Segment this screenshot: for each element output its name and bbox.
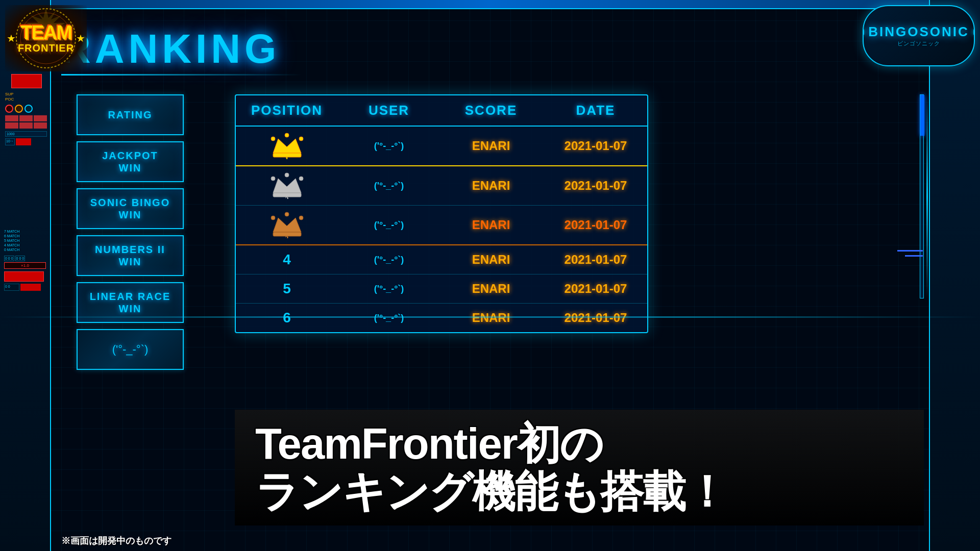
user-3: ('°-_-°`) xyxy=(338,220,440,231)
svg-point-6 xyxy=(285,133,289,137)
sonic-bingo-win-button[interactable]: SONIC BINGOWIN xyxy=(77,188,184,229)
svg-point-19 xyxy=(299,216,303,220)
multiplier: ×1.0 xyxy=(4,262,46,269)
disclaimer: ※画面は開発中のものです xyxy=(61,535,172,547)
date-3: 2021-01-07 xyxy=(542,218,648,232)
position-4: 4 xyxy=(236,252,338,268)
match-item: 4 MATCH xyxy=(4,243,46,247)
logo-frontier: FRONTIER xyxy=(18,42,74,54)
overlay-line2: ランキング機能も搭載！ xyxy=(255,468,903,516)
svg-point-7 xyxy=(299,137,303,141)
user-1: ('°-_-°`) xyxy=(338,141,440,152)
svg-marker-15 xyxy=(273,218,301,232)
position-1: 1 xyxy=(236,133,338,159)
category-buttons-panel: RATING JACKPOTWIN SONIC BINGOWIN NUMBERS… xyxy=(77,94,184,370)
match-item: 0 MATCH xyxy=(4,248,46,252)
numbers-ii-win-button[interactable]: NUMBERS IIWIN xyxy=(77,235,184,276)
user-6: ('°-_-°`) xyxy=(338,313,440,323)
icon-red xyxy=(5,105,13,113)
scrollbar[interactable] xyxy=(920,94,924,298)
top-bar xyxy=(0,0,980,9)
crown-2-icon: 2 xyxy=(271,172,304,199)
date-4: 2021-01-07 xyxy=(542,253,648,267)
header-date: DATE xyxy=(542,103,648,118)
score-2: ENARI xyxy=(440,179,542,193)
left-stat-sup: SUP POC xyxy=(5,92,47,103)
date-1: 2021-01-07 xyxy=(542,139,648,153)
svg-point-17 xyxy=(271,216,275,220)
left-stat-1: 1000 xyxy=(5,131,47,137)
grid-cell xyxy=(5,122,18,129)
score-3: ENARI xyxy=(440,218,542,232)
bingosonic-logo: ◄ BINGOSONIC ► ビンゴソニック xyxy=(863,5,975,66)
ranking-underline xyxy=(61,74,301,76)
bottom-stat-2: 0 0 xyxy=(4,284,19,291)
position-3: 3 xyxy=(236,212,338,238)
icon-cyan xyxy=(24,105,33,113)
overlay-announcement: TeamFrontier初の ランキング機能も搭載！ xyxy=(235,410,924,525)
score-1: ENARI xyxy=(440,139,542,153)
bottom-bar xyxy=(20,284,41,291)
svg-point-13 xyxy=(299,177,303,181)
jackpot-win-button[interactable]: JACKPOTWIN xyxy=(77,141,184,182)
position-2: 2 xyxy=(236,172,338,199)
svg-text:1: 1 xyxy=(285,156,288,159)
svg-text:3: 3 xyxy=(285,235,288,238)
header-score: SCORE xyxy=(440,103,542,118)
bottom-stat: 0 0 0 xyxy=(4,256,14,261)
match-item: 6 MATCH xyxy=(4,234,46,238)
svg-point-5 xyxy=(271,137,275,141)
left-stat-2: 10→ xyxy=(5,138,15,145)
user-2: ('°-_-°`) xyxy=(338,181,440,191)
scroll-thumb[interactable] xyxy=(920,95,924,136)
crown-1-icon: 1 xyxy=(271,133,304,159)
header-user: USER xyxy=(338,103,440,118)
logo-container: ★ TEAM FRONTIER ★ xyxy=(5,5,87,71)
logo-team: TEAM xyxy=(18,23,74,42)
user-button[interactable]: ('°-_-°`) xyxy=(77,329,184,370)
table-row: 6 ('°-_-°`) ENARI 2021-01-07 xyxy=(236,304,647,332)
match-item: 5 MATCH xyxy=(4,239,46,242)
crown-3-icon: 3 xyxy=(271,212,304,238)
right-accent-line xyxy=(926,94,928,298)
table-row: 3 ('°-_-°`) ENARI 2021-01-07 xyxy=(236,206,647,245)
bingo-subtitle: ビンゴソニック xyxy=(897,40,940,47)
right-panel xyxy=(929,0,980,551)
grid-cell xyxy=(5,115,18,121)
position-5: 5 xyxy=(236,281,338,297)
table-row: 5 ('°-_-°`) ENARI 2021-01-07 xyxy=(236,274,647,304)
svg-marker-9 xyxy=(273,179,301,193)
svg-point-11 xyxy=(271,177,275,181)
bingo-arrow-right: ► xyxy=(972,27,975,37)
score-4: ENARI xyxy=(440,253,542,267)
bottom-stat: 0 0 0 xyxy=(15,256,26,261)
red-accent-bar xyxy=(11,74,42,88)
ranking-table: POSITION USER SCORE DATE 1 ('°-_-°` xyxy=(235,94,648,333)
svg-point-12 xyxy=(285,173,289,177)
svg-text:2: 2 xyxy=(285,196,288,199)
rating-button[interactable]: RATING xyxy=(77,94,184,135)
overlay-lines xyxy=(0,316,980,318)
table-row: 4 ('°-_-°`) ENARI 2021-01-07 xyxy=(236,245,647,274)
match-item: 7 MATCH xyxy=(4,230,46,233)
bingo-arrow-left: ◄ xyxy=(863,27,866,37)
position-6: 6 xyxy=(236,310,338,326)
red-info-box xyxy=(4,271,44,282)
grid-cell xyxy=(34,115,47,121)
svg-point-18 xyxy=(285,212,289,216)
icon-orange xyxy=(15,105,23,113)
left-stats-panel: SUP POC 1000 10→ xyxy=(5,92,47,147)
grid-cell xyxy=(19,115,33,121)
left-stat-bar xyxy=(16,138,31,145)
match-list: 7 MATCH 6 MATCH 5 MATCH 4 MATCH 0 MATCH … xyxy=(4,230,46,291)
right-dash-2 xyxy=(905,255,923,257)
date-6: 2021-01-07 xyxy=(542,311,648,325)
header-position: POSITION xyxy=(236,103,338,118)
date-2: 2021-01-07 xyxy=(542,179,648,193)
score-5: ENARI xyxy=(440,282,542,296)
table-row: 1 ('°-_-°`) ENARI 2021-01-07 xyxy=(236,127,647,166)
grid-cell xyxy=(19,122,33,129)
user-5: ('°-_-°`) xyxy=(338,284,440,294)
table-row: 2 ('°-_-°`) ENARI 2021-01-07 xyxy=(236,166,647,206)
right-dash-1 xyxy=(897,250,923,252)
